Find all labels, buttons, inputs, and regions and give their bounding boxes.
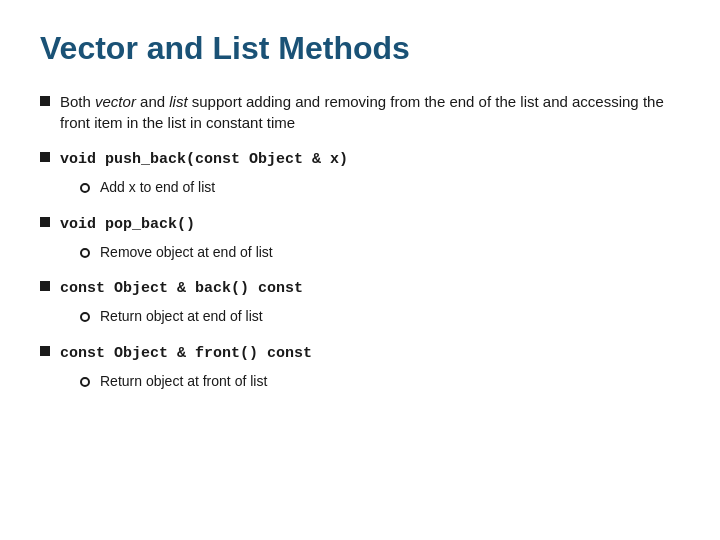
list-item: const Object & back() const <box>40 276 680 299</box>
sub-text: Return object at end of list <box>100 307 263 327</box>
bullet-text: void pop_back() <box>60 212 195 235</box>
bullet-square-icon <box>40 346 50 356</box>
list-item: const Object & front() const <box>40 341 680 364</box>
sub-item: Add x to end of list <box>80 178 680 198</box>
sub-item: Remove object at end of list <box>80 243 680 263</box>
bullet-circle-icon <box>80 377 90 387</box>
bullet-square-icon <box>40 281 50 291</box>
slide: Vector and List Methods Both vector and … <box>0 0 720 540</box>
sub-item: Return object at end of list <box>80 307 680 327</box>
sub-text: Add x to end of list <box>100 178 215 198</box>
sub-item: Return object at front of list <box>80 372 680 392</box>
list-item: Both vector and list support adding and … <box>40 91 680 133</box>
sub-text: Return object at front of list <box>100 372 267 392</box>
bullet-circle-icon <box>80 248 90 258</box>
bullet-square-icon <box>40 96 50 106</box>
bullet-text: void push_back(const Object & x) <box>60 147 348 170</box>
slide-title: Vector and List Methods <box>40 30 680 71</box>
sub-text: Remove object at end of list <box>100 243 273 263</box>
bullet-text: const Object & front() const <box>60 341 312 364</box>
list-item: void pop_back() <box>40 212 680 235</box>
list-item: void push_back(const Object & x) <box>40 147 680 170</box>
bullet-text: const Object & back() const <box>60 276 303 299</box>
bullet-circle-icon <box>80 183 90 193</box>
bullet-square-icon <box>40 217 50 227</box>
bullet-circle-icon <box>80 312 90 322</box>
bullet-text: Both vector and list support adding and … <box>60 91 680 133</box>
bullet-square-icon <box>40 152 50 162</box>
content-area: Both vector and list support adding and … <box>40 91 680 510</box>
